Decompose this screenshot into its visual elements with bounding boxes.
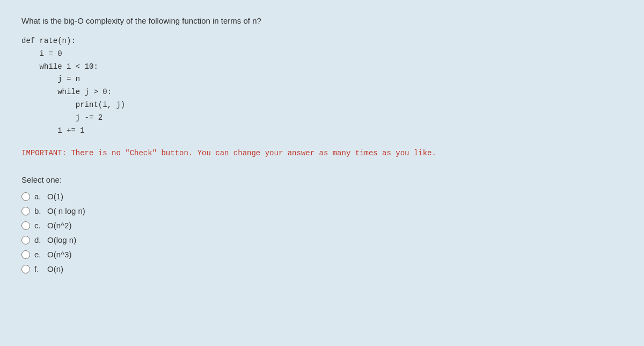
option-d-letter: d.: [34, 235, 44, 244]
radio-a[interactable]: [21, 192, 30, 201]
options-list: a. O(1) b. O( n log n) c. O(n^2) d. O(lo…: [21, 192, 623, 273]
option-e-text: O(n^3): [47, 250, 71, 259]
option-c-letter: c.: [34, 221, 44, 230]
code-line-3: while i < 10:: [21, 61, 623, 74]
code-line-1: def rate(n):: [21, 35, 623, 48]
option-f-letter: f.: [34, 264, 44, 273]
radio-f[interactable]: [21, 265, 30, 273]
code-line-8: i += 1: [21, 125, 623, 138]
option-e-letter: e.: [34, 250, 44, 259]
select-one-label: Select one:: [21, 175, 623, 184]
option-c-text: O(n^2): [47, 221, 71, 230]
option-d-text: O(log n): [47, 235, 76, 244]
radio-d[interactable]: [21, 236, 30, 244]
code-block: def rate(n): i = 0 while i < 10: j = n w…: [21, 35, 623, 137]
code-line-6: print(i, j): [21, 99, 623, 112]
radio-b[interactable]: [21, 207, 30, 215]
option-f-text: O(n): [47, 264, 63, 273]
option-b-text: O( n log n): [47, 206, 85, 215]
option-a-letter: a.: [34, 192, 44, 201]
option-a-text: O(1): [47, 192, 63, 201]
option-a: a. O(1): [21, 192, 623, 201]
code-line-7: j -= 2: [21, 112, 623, 125]
important-note: IMPORTANT: There is no "Check" button. Y…: [21, 148, 623, 159]
question-text: What is the big-O complexity of the foll…: [21, 16, 623, 25]
option-f: f. O(n): [21, 264, 623, 273]
option-d: d. O(log n): [21, 235, 623, 244]
code-line-5: while j > 0:: [21, 86, 623, 99]
option-e: e. O(n^3): [21, 250, 623, 259]
option-c: c. O(n^2): [21, 221, 623, 230]
option-b: b. O( n log n): [21, 206, 623, 215]
radio-e[interactable]: [21, 250, 30, 259]
code-line-4: j = n: [21, 73, 623, 86]
option-b-letter: b.: [34, 206, 44, 215]
code-line-2: i = 0: [21, 48, 623, 61]
radio-c[interactable]: [21, 221, 30, 230]
